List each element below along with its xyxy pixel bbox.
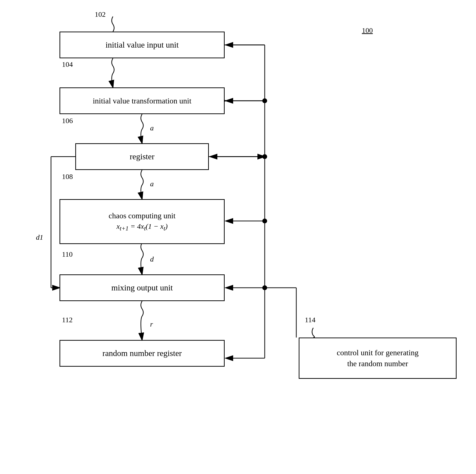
mixing-output-box: mixing output unit	[60, 274, 225, 301]
initial-value-transform-box: initial value transformation unit	[60, 87, 225, 114]
chaos-formula: xt+1 = 4xt(1 − xt)	[117, 222, 168, 232]
ref-102: 102	[95, 10, 106, 18]
label-r: r	[150, 320, 153, 328]
svg-point-17	[262, 285, 267, 290]
label-d: d	[150, 255, 154, 263]
control-unit-box: control unit for generatingthe random nu…	[299, 338, 457, 379]
ref-114: 114	[305, 316, 315, 324]
svg-point-15	[262, 219, 267, 223]
ref-110: 110	[62, 250, 73, 258]
random-number-register-box: random number register	[60, 340, 225, 367]
initial-value-transform-label: initial value transformation unit	[93, 96, 191, 105]
label-a1: a	[150, 124, 154, 132]
chaos-computing-label: chaos computing unit	[109, 211, 176, 220]
control-unit-label: control unit for generatingthe random nu…	[337, 347, 419, 369]
register-label: register	[130, 152, 154, 161]
ref-100: 100	[362, 26, 373, 34]
register-box: register	[75, 143, 209, 170]
label-d1: d1	[36, 233, 43, 241]
ref-108: 108	[62, 172, 73, 181]
mixing-output-label: mixing output unit	[111, 283, 173, 292]
initial-value-input-box: initial value input unit	[60, 32, 225, 58]
chaos-computing-box: chaos computing unit xt+1 = 4xt(1 − xt)	[60, 199, 225, 244]
random-number-register-label: random number register	[102, 349, 182, 358]
ref-104: 104	[62, 60, 73, 68]
svg-point-13	[262, 154, 267, 159]
initial-value-input-label: initial value input unit	[105, 40, 178, 50]
svg-point-6	[262, 98, 267, 103]
ref-112: 112	[62, 316, 73, 324]
ref-106: 106	[62, 117, 73, 125]
diagram-container: initial value input unit initial value t…	[0, 0, 476, 474]
label-a2: a	[150, 180, 154, 188]
